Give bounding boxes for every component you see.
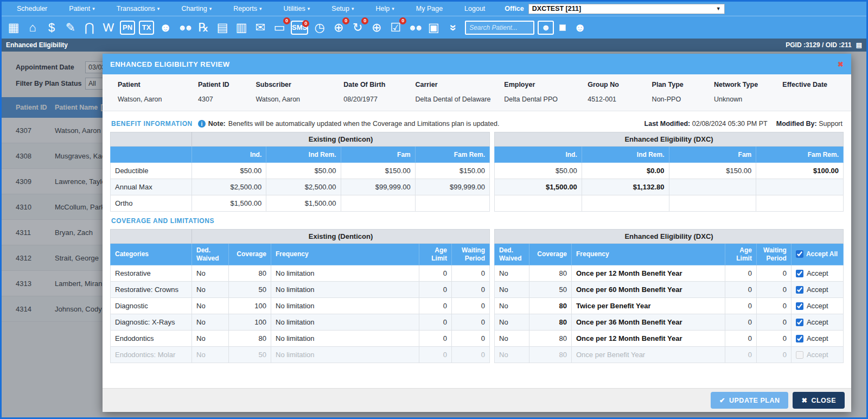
add-patient-icon[interactable]: ☻ — [157, 19, 174, 36]
category-cell: Endodontics — [111, 331, 192, 347]
age-limit-cell: 0 — [725, 298, 756, 314]
clock-icon[interactable]: ◷ — [311, 19, 328, 36]
icon-glyph: ▤ — [217, 22, 228, 34]
office-select[interactable]: DXCTEST [211] ▼ — [528, 4, 725, 14]
menu-logout[interactable]: Logout — [455, 5, 495, 12]
waiting-period-cell: 0 — [451, 347, 489, 363]
coverage-cell: 80 — [529, 265, 572, 282]
coverage-tables: Existing (Denticon) Categories Ded. Waiv… — [110, 229, 844, 363]
value-cell: $50.00 — [192, 163, 266, 179]
office-select-value: DXCTEST [211] — [532, 5, 581, 12]
icon-glyph: ☑ — [390, 22, 401, 34]
update-plan-button[interactable]: ✔UPDATE PLAN — [711, 392, 788, 409]
payments-icon[interactable]: $ — [43, 19, 60, 36]
category-cell: Diagnostic — [111, 298, 192, 314]
sms-icon[interactable]: SMS0 — [291, 21, 308, 35]
scan-icon[interactable]: ▥ — [233, 19, 250, 36]
menu-my-page[interactable]: My Page — [406, 5, 452, 12]
coverage-cell: 100 — [229, 314, 271, 331]
menu-label: Setup — [331, 5, 349, 12]
menu-charting[interactable]: Charting▾ — [171, 5, 221, 12]
accept-checkbox[interactable] — [796, 286, 803, 294]
col-waiting-period: Waiting Period — [756, 244, 791, 265]
close-button[interactable]: ✖CLOSE — [793, 392, 845, 409]
collapse-toolbar-icon[interactable]: « — [444, 19, 461, 36]
col-fam: Fam — [669, 147, 756, 163]
col-coverage: Coverage — [529, 244, 572, 265]
patient-search-area: ☻ ☻ — [465, 19, 589, 36]
menu-reports[interactable]: Reports▾ — [224, 5, 271, 12]
search-input[interactable] — [465, 21, 534, 35]
treatment-plan-icon[interactable]: TX — [139, 21, 154, 35]
task-list-icon[interactable]: ☑0 — [387, 19, 404, 36]
add-family-icon[interactable]: ☻☻ — [176, 19, 193, 36]
col-ind-rem: Ind Rem. — [582, 147, 669, 163]
existing-group-header: Existing (Denticon) — [192, 230, 490, 244]
patient-sync-icon[interactable]: ↻0 — [349, 19, 366, 36]
existing-group-header: Existing (Denticon) — [192, 132, 490, 147]
chevron-down-icon: ▼ — [716, 6, 721, 11]
accept-checkbox[interactable] — [796, 270, 803, 277]
group-no-label: Group No — [588, 81, 652, 88]
web-patient-icon[interactable]: ⊕0 — [330, 19, 347, 36]
menu-patient[interactable]: Patient▾ — [59, 5, 104, 12]
document-icon[interactable]: ▤ — [214, 19, 231, 36]
menu-transactions[interactable]: Transactions▾ — [107, 5, 170, 12]
mail-icon[interactable]: ✉ — [252, 19, 269, 36]
menu-setup[interactable]: Setup▾ — [322, 5, 363, 12]
accept-checkbox[interactable] — [796, 302, 803, 310]
benefit-row: $50.00$0.00$150.00$100.00 — [495, 163, 844, 179]
benefit-existing-table: Existing (Denticon) Ind. Ind Rem. Fam Fa… — [110, 132, 490, 212]
perio-chart-icon[interactable]: W — [100, 19, 117, 36]
value-cell: $50.00 — [495, 163, 582, 179]
category-cell: Deductible — [111, 163, 192, 179]
value-cell-changed: $1,132.80 — [582, 179, 669, 195]
family-group-icon[interactable]: ☻☻ — [406, 19, 423, 36]
notes-icon[interactable]: ✎ — [62, 19, 79, 36]
benefit-row: Ortho$1,500.00$1,500.00 — [111, 195, 490, 212]
last-modified-label: Last Modified: — [644, 120, 691, 128]
menu-label: Help — [376, 5, 390, 12]
notification-badge: 0 — [302, 20, 309, 27]
network-type-label: Network Type — [714, 81, 782, 88]
employer-value: Delta Dental PPO — [504, 96, 588, 103]
value-cell: $1,500.00 — [192, 195, 266, 212]
value-cell: $2,500.00 — [192, 179, 266, 195]
menu-scheduler[interactable]: Scheduler — [7, 5, 57, 12]
benefit-row: Deductible$50.00$50.00$150.00$150.00 — [111, 163, 490, 179]
update-plan-label: UPDATE PLAN — [729, 397, 780, 404]
ded-waived-cell: No — [192, 265, 229, 282]
value-cell — [341, 195, 415, 212]
ded-waived-cell: No — [495, 265, 529, 282]
progress-notes-icon[interactable]: PN — [120, 21, 135, 35]
home-icon[interactable]: ⌂ — [24, 19, 41, 36]
page-title: Enhanced Eligibility — [6, 41, 68, 49]
web-portal-icon[interactable]: ⊕ — [368, 19, 385, 36]
rx-icon[interactable]: ℞ — [195, 19, 212, 36]
accept-all-checkbox[interactable] — [796, 250, 803, 258]
accept-checkbox[interactable] — [796, 335, 803, 342]
value-cell — [415, 195, 489, 212]
icon-glyph: $ — [48, 22, 55, 34]
tooth-chart-icon[interactable]: ⋂ — [81, 19, 98, 36]
menu-label: Utilities — [283, 5, 305, 12]
benefit-tables: Existing (Denticon) Ind. Ind Rem. Fam Fa… — [110, 132, 844, 212]
x-icon: ✖ — [801, 396, 807, 404]
modal-footer: ✔UPDATE PLAN ✖CLOSE — [103, 388, 851, 412]
patient-value: Watson, Aaron — [118, 96, 198, 103]
person-search-icon[interactable]: ☻ — [538, 21, 554, 35]
accept-checkbox[interactable] — [796, 319, 803, 326]
scheduler-icon[interactable]: ▦ — [5, 19, 22, 36]
icon-glyph: ⊕ — [372, 22, 381, 34]
menu-help[interactable]: Help▾ — [366, 5, 404, 12]
close-icon[interactable]: ✖ — [838, 60, 844, 68]
print-page-icon[interactable]: ▤ — [856, 41, 862, 49]
family-search-icon[interactable]: ☻ — [571, 19, 589, 36]
chat-icon[interactable]: ▭0 — [271, 19, 288, 36]
enhanced-group-header: Enhanced Eligibility (DXC) — [495, 230, 844, 244]
menu-utilities[interactable]: Utilities▾ — [273, 5, 320, 12]
printer-icon[interactable]: ▣ — [425, 19, 442, 36]
coverage-row: No80Twice per Benefit Year00Accept — [495, 298, 844, 314]
category-cell: Diagnostic: X-Rays — [111, 314, 192, 331]
search-option-checkbox[interactable] — [559, 24, 566, 31]
